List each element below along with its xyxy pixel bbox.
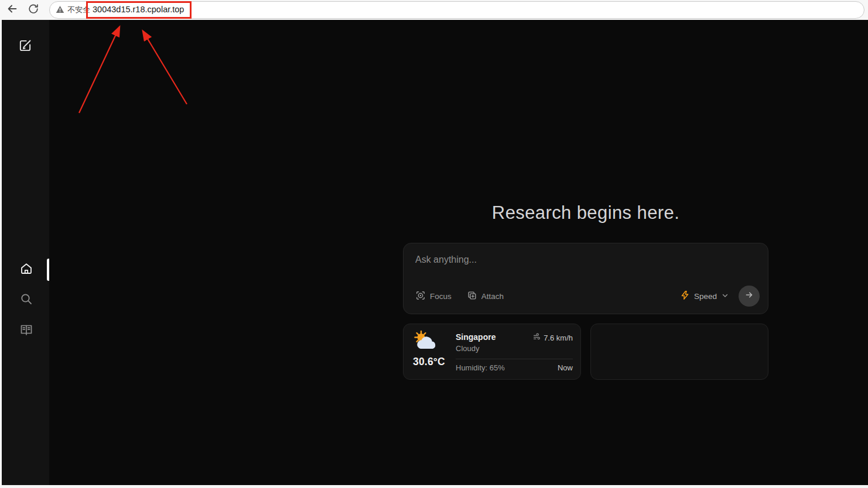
speed-selector[interactable]: Speed	[680, 290, 729, 302]
page-title: Research begins here.	[403, 201, 768, 225]
weather-widget[interactable]: 30.6°C Singapore 7.6 km/h Cloudy Humidit…	[403, 324, 581, 380]
browser-window: 不安全 30043d15.r18.cpolar.top	[0, 0, 868, 488]
partly-cloudy-icon	[411, 329, 442, 358]
weather-temperature: 30.6°C	[413, 356, 445, 368]
focus-label: Focus	[430, 292, 452, 301]
weather-time: Now	[558, 363, 573, 372]
chevron-down-icon	[721, 291, 729, 301]
search-right-actions: Speed	[680, 286, 760, 307]
sidebar-item-home[interactable]	[19, 262, 34, 277]
attach-button[interactable]: Attach	[467, 290, 504, 303]
search-actions-row: Focus Attach Speed	[415, 286, 760, 307]
lightning-bolt-icon	[680, 290, 690, 302]
speed-label: Speed	[694, 292, 717, 301]
sidebar-item-search[interactable]	[19, 293, 34, 308]
compose-icon	[18, 38, 33, 56]
window-bottom-edge	[0, 485, 868, 488]
security-label: 不安全	[67, 5, 90, 15]
wind-icon	[533, 333, 541, 342]
page-content: Research begins here. Focus Attach	[0, 20, 868, 485]
sidebar	[2, 20, 49, 485]
empty-widget-card[interactable]	[590, 324, 768, 380]
weather-wind: 7.6 km/h	[533, 333, 573, 342]
focus-button[interactable]: Focus	[415, 290, 452, 303]
weather-humidity: Humidity: 65%	[456, 363, 505, 372]
refresh-icon	[28, 3, 39, 17]
submit-button[interactable]	[739, 286, 760, 307]
main-area: Research begins here. Focus Attach	[49, 20, 868, 485]
back-button[interactable]	[5, 2, 20, 18]
back-arrow-icon	[6, 2, 19, 18]
library-icon	[19, 322, 33, 339]
refresh-button[interactable]	[26, 2, 41, 18]
weather-condition: Cloudy	[456, 344, 479, 353]
compose-button[interactable]	[18, 39, 33, 54]
ask-input[interactable]	[404, 243, 768, 277]
focus-icon	[415, 290, 426, 303]
browser-toolbar: 不安全 30043d15.r18.cpolar.top	[0, 0, 868, 20]
warning-triangle-icon	[56, 5, 64, 15]
security-badge[interactable]: 不安全	[56, 0, 90, 20]
sidebar-item-library[interactable]	[19, 323, 34, 338]
search-card: Focus Attach Speed	[403, 243, 768, 314]
weather-city: Singapore	[456, 332, 495, 342]
attach-icon	[467, 290, 477, 303]
search-icon	[19, 292, 33, 308]
weather-divider	[456, 359, 573, 359]
attach-label: Attach	[481, 292, 504, 301]
weather-wind-value: 7.6 km/h	[544, 334, 573, 342]
arrow-right-icon	[743, 289, 755, 303]
home-icon	[19, 262, 33, 278]
url-text[interactable]: 30043d15.r18.cpolar.top	[93, 0, 184, 19]
